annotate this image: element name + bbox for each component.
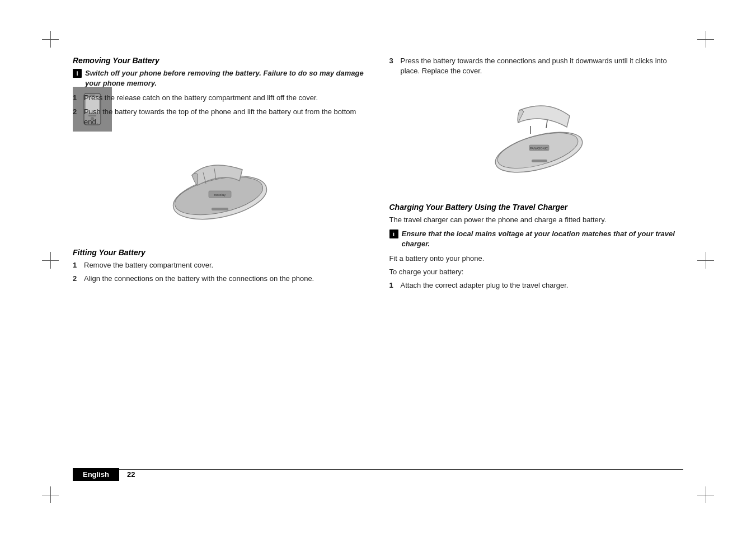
battery-insertion-image: PANASONIC bbox=[475, 91, 598, 180]
step-3: 3 Press the battery towards the connecti… bbox=[389, 56, 684, 76]
fit-battery-text: Fit a battery onto your phone. bbox=[389, 254, 684, 264]
remove-step-2-num: 2 bbox=[73, 107, 81, 127]
page-number: 22 bbox=[119, 468, 143, 481]
remove-step-1: 1 Press the release catch on the battery… bbox=[73, 93, 367, 103]
warning-icon-charge: i bbox=[389, 229, 398, 238]
removing-battery-section: Removing Your Battery i Switch off your … bbox=[73, 56, 367, 130]
charging-title: Charging Your Battery Using the Travel C… bbox=[389, 203, 684, 212]
fit-step-2-text: Align the connections on the battery wit… bbox=[84, 274, 367, 284]
bottom-divider bbox=[73, 469, 683, 470]
step-3-num: 3 bbox=[389, 56, 397, 76]
removing-battery-warning-text: Switch off your phone before removing th… bbox=[85, 68, 367, 88]
charging-warning-text: Ensure that the local mains voltage at y… bbox=[402, 229, 684, 249]
charge-battery-text: To charge your battery: bbox=[389, 267, 684, 277]
charge-step-1-num: 1 bbox=[389, 280, 397, 291]
left-column: Removing Your Battery i Switch off your … bbox=[73, 56, 367, 461]
svg-rect-11 bbox=[212, 208, 228, 210]
fit-step-1-num: 1 bbox=[73, 260, 81, 270]
step-3-text: Press the battery towards the connection… bbox=[401, 56, 684, 76]
fitting-battery-title: Fitting Your Battery bbox=[73, 248, 367, 257]
battery-removal-image: nexoluy bbox=[153, 139, 287, 228]
removing-battery-warning: i Switch off your phone before removing … bbox=[73, 68, 367, 88]
fit-step-1: 1 Remove the battery compartment cover. bbox=[73, 260, 367, 270]
warning-icon-remove: i bbox=[73, 69, 82, 78]
fitting-battery-section: Fitting Your Battery 1 Remove the batter… bbox=[73, 248, 367, 287]
charging-section: Charging Your Battery Using the Travel C… bbox=[389, 203, 684, 294]
language-label: English bbox=[73, 468, 119, 481]
crosshair-bot-left bbox=[42, 486, 59, 503]
fit-step-2-num: 2 bbox=[73, 274, 81, 284]
remove-step-2: 2 Push the battery towards the top of th… bbox=[73, 107, 367, 127]
charging-intro: The travel charger can power the phone a… bbox=[389, 215, 684, 225]
crosshair-top-left bbox=[42, 31, 59, 48]
crosshair-bot-right bbox=[697, 486, 714, 503]
crosshair-mid-left bbox=[42, 252, 59, 269]
crosshair-top-right bbox=[697, 31, 714, 48]
svg-rect-16 bbox=[532, 160, 547, 162]
remove-step-2-text: Push the battery towards the top of the … bbox=[84, 107, 367, 127]
crosshair-mid-right bbox=[697, 252, 714, 269]
fit-step-2: 2 Align the connections on the battery w… bbox=[73, 274, 367, 284]
remove-step-1-text: Press the release catch on the battery c… bbox=[84, 93, 367, 103]
remove-step-1-num: 1 bbox=[73, 93, 81, 103]
fit-step-1-text: Remove the battery compartment cover. bbox=[84, 260, 367, 270]
bottom-bar: English 22 bbox=[73, 468, 143, 481]
svg-text:PANASONIC: PANASONIC bbox=[530, 147, 548, 150]
svg-text:nexoluy: nexoluy bbox=[214, 193, 226, 196]
main-content: Removing Your Battery i Switch off your … bbox=[73, 56, 683, 461]
removing-battery-title: Removing Your Battery bbox=[73, 56, 367, 65]
charge-step-1-text: Attach the correct adapter plug to the t… bbox=[401, 280, 684, 291]
charge-step-1: 1 Attach the correct adapter plug to the… bbox=[389, 280, 684, 291]
charging-warning: i Ensure that the local mains voltage at… bbox=[389, 229, 684, 249]
right-column: 3 Press the battery towards the connecti… bbox=[389, 56, 684, 461]
